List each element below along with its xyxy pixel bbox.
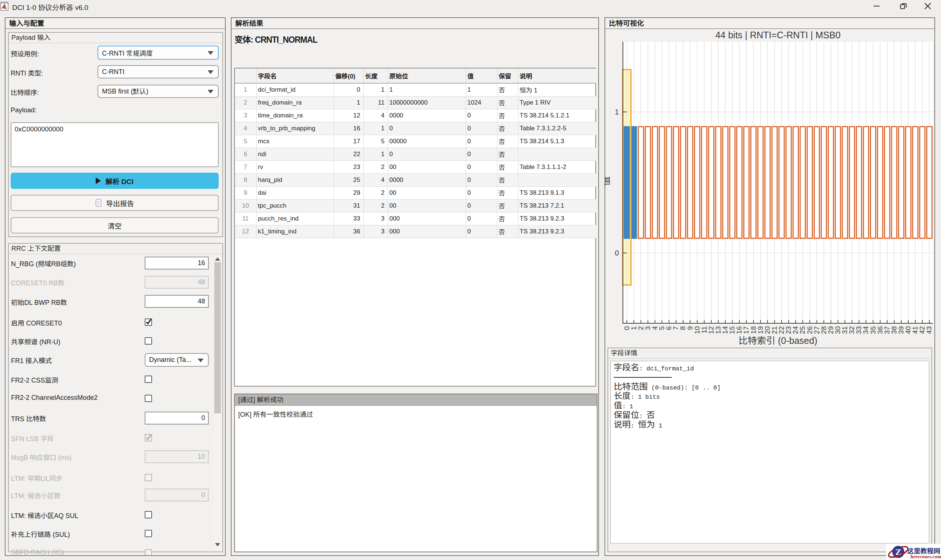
svg-text:25: 25 <box>798 326 806 334</box>
svg-text:26: 26 <box>806 326 813 334</box>
svg-text:32: 32 <box>848 326 856 334</box>
svg-text:18: 18 <box>750 326 757 334</box>
svg-text:9: 9 <box>686 326 694 330</box>
svg-text:36: 36 <box>876 326 884 334</box>
svg-text:35: 35 <box>869 326 877 334</box>
svg-text:13: 13 <box>714 326 722 334</box>
svg-text:41: 41 <box>911 326 919 334</box>
svg-text:6: 6 <box>665 326 673 330</box>
svg-text:33: 33 <box>855 326 863 334</box>
svg-text:3: 3 <box>644 326 652 330</box>
svg-text:5: 5 <box>658 326 666 330</box>
svg-text:24: 24 <box>792 326 799 334</box>
svg-text:1: 1 <box>630 326 638 330</box>
svg-text:30: 30 <box>834 326 842 334</box>
svg-text:7: 7 <box>672 326 680 330</box>
svg-text:43: 43 <box>925 326 933 334</box>
svg-text:8: 8 <box>679 326 687 330</box>
svg-text:31: 31 <box>841 326 849 334</box>
svg-text:0: 0 <box>623 326 630 330</box>
svg-text:值: 值 <box>604 176 612 186</box>
svg-text:29: 29 <box>827 326 835 334</box>
svg-text:44 bits | RNTI=C-RNTI | MSB0: 44 bits | RNTI=C-RNTI | MSB0 <box>715 30 841 40</box>
svg-text:22: 22 <box>778 326 785 334</box>
svg-text:38: 38 <box>890 326 898 334</box>
svg-text:40: 40 <box>904 326 912 334</box>
svg-text:17: 17 <box>742 326 750 334</box>
svg-text:12: 12 <box>707 326 715 334</box>
svg-text:28: 28 <box>820 326 827 334</box>
svg-text:2: 2 <box>637 326 645 330</box>
svg-text:比特索引 (0-based): 比特索引 (0-based) <box>738 335 817 346</box>
svg-text:27: 27 <box>813 326 821 334</box>
svg-text:39: 39 <box>897 326 905 334</box>
svg-text:23: 23 <box>784 326 792 334</box>
svg-text:42: 42 <box>918 326 926 334</box>
svg-text:0: 0 <box>615 249 619 257</box>
svg-text:19: 19 <box>756 326 764 334</box>
svg-text:4: 4 <box>651 326 659 330</box>
svg-text:21: 21 <box>770 326 778 334</box>
svg-text:1: 1 <box>615 108 619 116</box>
svg-text:10: 10 <box>693 326 701 334</box>
svg-text:16: 16 <box>735 326 743 334</box>
svg-text:20: 20 <box>764 326 771 334</box>
svg-text:34: 34 <box>862 326 870 334</box>
svg-text:11: 11 <box>700 326 708 334</box>
svg-text:15: 15 <box>728 326 736 334</box>
svg-text:37: 37 <box>883 326 891 334</box>
svg-text:14: 14 <box>721 326 729 334</box>
